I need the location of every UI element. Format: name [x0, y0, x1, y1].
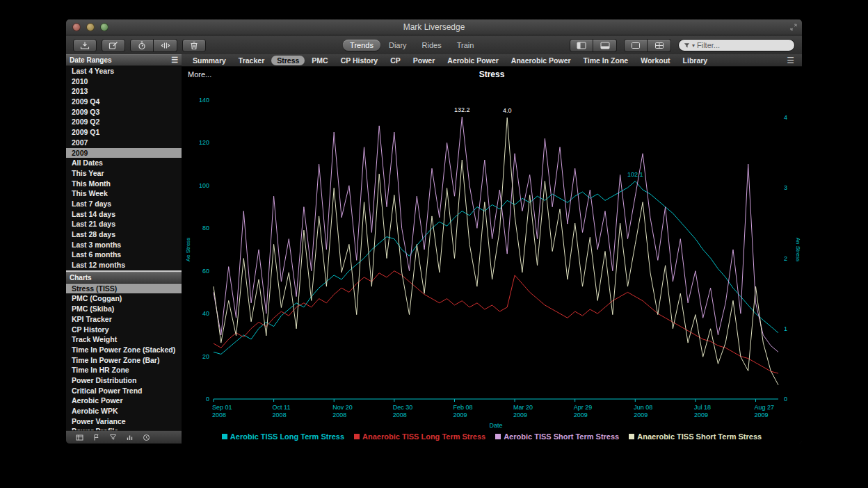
svg-text:2008: 2008 — [212, 412, 226, 418]
view-tab-train[interactable]: Train — [450, 40, 481, 51]
svg-text:4.0: 4.0 — [503, 107, 512, 114]
layout-toggle-group — [624, 39, 671, 52]
svg-text:Ae Stress: Ae Stress — [185, 238, 191, 262]
menu-icon[interactable]: ☰ — [171, 56, 178, 64]
chart-item[interactable]: PMC (Coggan) — [66, 293, 182, 304]
bar-chart-icon[interactable] — [126, 434, 134, 441]
date-range-item[interactable]: 2009 Q1 — [66, 127, 182, 138]
chart-item[interactable]: CP History — [66, 325, 182, 335]
bookmark-icon[interactable] — [93, 434, 100, 441]
zoom-window-button[interactable] — [100, 23, 108, 31]
svg-text:Apr 29: Apr 29 — [574, 404, 593, 411]
chart-item[interactable]: Critical Power Trend — [66, 386, 182, 396]
svg-text:2009: 2009 — [574, 412, 588, 418]
date-ranges-header[interactable]: Date Ranges ☰ — [66, 54, 182, 66]
charts-header[interactable]: Charts — [66, 272, 182, 284]
chart-item[interactable]: Stress (TISS) — [66, 284, 182, 294]
date-range-item[interactable]: Last 14 days — [66, 209, 182, 220]
date-range-item[interactable]: Last 4 Years — [66, 66, 182, 76]
window-controls — [72, 23, 108, 31]
toolbar-right: ▾ Filter... — [570, 39, 795, 52]
activity-actions-group — [130, 39, 177, 52]
layout-tiled-button[interactable] — [648, 39, 671, 52]
toggle-sidebar-button[interactable] — [570, 39, 593, 52]
main-tab-workout[interactable]: Workout — [635, 56, 675, 65]
svg-text:2009: 2009 — [694, 412, 708, 418]
legend-item: Anaerobic TISS Long Term Stress — [354, 432, 485, 441]
date-range-item[interactable]: 2013 — [66, 86, 182, 97]
date-range-item[interactable]: Last 3 months — [66, 240, 182, 250]
view-tab-rides[interactable]: Rides — [415, 40, 449, 51]
fullscreen-icon[interactable] — [790, 24, 797, 31]
chart-item[interactable]: Power Distribution — [66, 375, 182, 386]
chart-item[interactable]: Power Variance — [66, 416, 182, 427]
date-range-item[interactable]: All Dates — [66, 158, 182, 168]
chart-item[interactable]: KPI Tracker — [66, 314, 182, 325]
clock-icon[interactable] — [143, 434, 150, 441]
date-range-item[interactable]: This Year — [66, 168, 182, 179]
date-range-item[interactable]: This Month — [66, 179, 182, 189]
tabbar-menu-icon[interactable]: ☰ — [787, 56, 796, 65]
main-tab-library[interactable]: Library — [677, 56, 714, 65]
layout-single-button[interactable] — [624, 39, 648, 52]
legend-label: Anaerobic TISS Long Term Stress — [362, 432, 485, 441]
stopwatch-button[interactable] — [130, 39, 154, 52]
toggle-lowbar-button[interactable] — [593, 39, 617, 52]
table-icon[interactable] — [76, 434, 83, 441]
charts-list: Stress (TISS)PMC (Coggan)PMC (Skiba)KPI … — [66, 284, 182, 430]
svg-text:2: 2 — [784, 255, 787, 262]
minimize-window-button[interactable] — [86, 23, 95, 31]
chart-item[interactable]: Track Weight — [66, 334, 182, 345]
svg-text:Oct 11: Oct 11 — [273, 404, 291, 411]
filter-input[interactable]: ▾ Filter... — [678, 39, 795, 51]
main-tab-cp-history[interactable]: CP History — [335, 56, 384, 65]
edit-button[interactable] — [102, 39, 125, 52]
main-tab-tracker[interactable]: Tracker — [233, 56, 270, 65]
save-button[interactable] — [73, 39, 97, 52]
date-range-item[interactable]: 2009 Q2 — [66, 117, 182, 127]
svg-text:Date: Date — [489, 422, 502, 429]
chart-item[interactable]: Time In Power Zone (Bar) — [66, 355, 182, 366]
main-tab-cp[interactable]: CP — [385, 56, 406, 65]
date-range-item[interactable]: Last 21 days — [66, 219, 182, 229]
view-tab-trends[interactable]: Trends — [343, 40, 380, 51]
main-tab-summary[interactable]: Summary — [187, 56, 232, 65]
date-range-item[interactable]: Last 12 months — [66, 260, 182, 270]
date-range-item[interactable]: 2010 — [66, 76, 182, 87]
date-ranges-list: Last 4 Years201020132009 Q42009 Q32009 Q… — [66, 66, 182, 270]
date-range-item[interactable]: This Week — [66, 188, 182, 199]
chart-item[interactable]: Time In HR Zone — [66, 365, 182, 375]
main-tab-pmc[interactable]: PMC — [306, 56, 333, 65]
svg-text:4: 4 — [784, 114, 787, 121]
date-range-item[interactable]: 2009 Q4 — [66, 97, 182, 107]
legend-swatch — [222, 434, 227, 439]
close-window-button[interactable] — [72, 23, 81, 31]
delete-button[interactable] — [182, 39, 206, 52]
date-range-item[interactable]: 2009 — [66, 148, 182, 158]
chart-item[interactable]: Time In Power Zone (Stacked) — [66, 345, 182, 355]
filter-placeholder: Filter... — [697, 41, 720, 49]
date-range-item[interactable]: Last 7 days — [66, 199, 182, 209]
svg-text:2009: 2009 — [634, 412, 648, 418]
main-tab-time-in-zone[interactable]: Time In Zone — [578, 56, 634, 65]
intervals-button[interactable] — [154, 39, 177, 52]
chart-title: Stress — [182, 70, 802, 79]
sidebar-bottom-toolbar — [66, 430, 182, 444]
view-tab-diary[interactable]: Diary — [382, 40, 414, 51]
filter-icon[interactable] — [109, 434, 117, 441]
svg-text:102.1: 102.1 — [627, 171, 643, 178]
svg-text:2009: 2009 — [755, 412, 769, 418]
date-range-item[interactable]: 2009 Q3 — [66, 107, 182, 117]
legend-label: Anaerobic TISS Short Term Stress — [637, 432, 762, 441]
chart-item[interactable]: PMC (Skiba) — [66, 304, 182, 314]
date-range-item[interactable]: 2007 — [66, 138, 182, 148]
main-tab-stress[interactable]: Stress — [271, 56, 305, 65]
chart-item[interactable]: Aerobic Power — [66, 396, 182, 406]
date-range-item[interactable]: Last 28 days — [66, 229, 182, 240]
chart-tabbar: SummaryTrackerStressPMCCP HistoryCPPower… — [182, 54, 802, 67]
main-tab-aerobic-power[interactable]: Aerobic Power — [442, 56, 504, 65]
date-range-item[interactable]: Last 6 months — [66, 250, 182, 260]
chart-item[interactable]: Aerobic WPK — [66, 406, 182, 416]
main-tab-anaerobic-power[interactable]: Anaerobic Power — [506, 56, 577, 65]
main-tab-power[interactable]: Power — [408, 56, 441, 65]
